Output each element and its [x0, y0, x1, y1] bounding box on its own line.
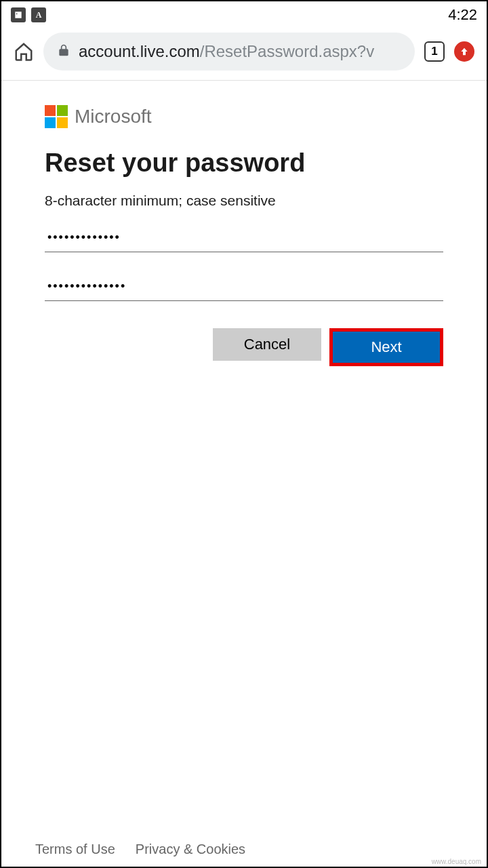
confirm-password-input[interactable]: [45, 270, 443, 301]
app-notification-icon: A: [31, 7, 46, 22]
clock: 4:22: [448, 6, 477, 24]
update-available-icon[interactable]: [454, 41, 474, 62]
footer-links: Terms of Use Privacy & Cookies: [35, 842, 245, 857]
terms-link[interactable]: Terms of Use: [35, 842, 115, 857]
next-button[interactable]: Next: [333, 332, 440, 363]
button-row: Cancel Next: [45, 328, 443, 366]
cancel-button[interactable]: Cancel: [213, 328, 321, 361]
microsoft-logo-icon: [45, 105, 68, 128]
url-text: account.live.com/ResetPassword.aspx?v: [79, 42, 374, 61]
privacy-link[interactable]: Privacy & Cookies: [136, 842, 245, 857]
tab-switcher[interactable]: 1: [424, 41, 445, 62]
next-button-highlight: Next: [329, 328, 443, 366]
password-hint: 8-character minimum; case sensitive: [45, 193, 443, 209]
svg-point-0: [16, 13, 18, 14]
image-notification-icon: [11, 7, 26, 22]
home-icon[interactable]: [14, 41, 34, 62]
page-title: Reset your password: [45, 149, 443, 178]
lock-icon: [57, 43, 70, 60]
watermark: www.deuaq.com: [432, 858, 481, 865]
microsoft-logo: Microsoft: [45, 105, 443, 128]
new-password-input[interactable]: [45, 221, 443, 252]
microsoft-logo-text: Microsoft: [75, 106, 152, 127]
page-content: Microsoft Reset your password 8-characte…: [1, 81, 487, 366]
status-bar: A 4:22: [1, 1, 487, 26]
browser-toolbar: account.live.com/ResetPassword.aspx?v 1: [1, 26, 487, 81]
address-bar[interactable]: account.live.com/ResetPassword.aspx?v: [43, 33, 415, 71]
